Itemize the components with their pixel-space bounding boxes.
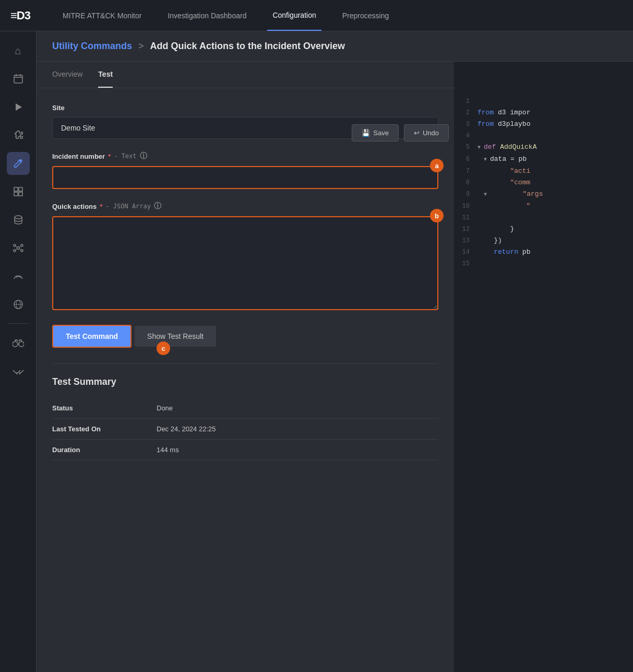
svg-point-12 [14,244,16,246]
breadcrumb-link[interactable]: Utility Commands [52,41,132,52]
quick-actions-input-wrapper: b [52,216,438,312]
summary-row-status: Status Done [52,398,438,419]
save-icon: 💾 [362,129,370,137]
code-line-15: 15 [454,258,633,269]
svg-line-16 [16,246,17,247]
required-marker-b: * [100,203,102,210]
quick-actions-textarea[interactable] [52,216,438,310]
code-line-13: 13 }) [454,235,633,246]
summary-key-duration: Duration [52,446,157,454]
nav-investigation-dashboard[interactable]: Investigation Dashboard [162,1,252,30]
incident-number-label: Incident number * - Text ⓘ [52,151,438,161]
network-icon[interactable] [7,237,30,260]
nav-preprocessing[interactable]: Preprocessing [337,1,395,30]
puzzle-icon[interactable] [7,124,30,147]
code-line-14: 14 return pb [454,246,633,258]
svg-rect-0 [14,75,22,83]
required-marker-a: * [108,152,111,160]
type-tag-json: - JSON Array [105,203,151,210]
tab-test[interactable]: Test [98,62,113,88]
badge-a: a [430,159,444,172]
svg-point-25 [19,341,24,347]
info-icon-a[interactable]: ⓘ [140,151,147,161]
incident-number-field-group: Incident number * - Text ⓘ a [52,151,438,189]
divider [52,363,438,364]
summary-val-status: Done [157,404,173,412]
tabs-bar: Overview Test [37,62,454,88]
code-line-9: 9 ▼ "args [454,188,633,201]
undo-icon: ↩ [414,129,420,137]
svg-line-17 [19,246,21,247]
page-content: Overview Test 💾 Save ↩ Undo [37,62,633,672]
sidebar: ⌂ [0,31,37,672]
svg-point-15 [21,250,23,252]
svg-point-10 [15,216,22,219]
code-line-11: 11 [454,212,633,223]
svg-point-20 [17,276,19,277]
svg-line-19 [19,249,21,250]
code-line-6: 6 ▼ data = pb [454,154,633,166]
svg-point-14 [14,250,16,252]
show-test-result-button[interactable]: Show Test Result [135,326,216,347]
test-command-button[interactable]: Test Command [52,325,132,348]
info-icon-b[interactable]: ⓘ [154,202,161,211]
summary-val-duration: 144 ms [157,446,179,454]
toolbar: 💾 Save ↩ Undo [352,124,449,142]
left-panel: Overview Test 💾 Save ↩ Undo [37,62,454,672]
home-icon[interactable]: ⌂ [7,39,30,62]
code-line-1: 1 [454,96,633,107]
tabs-section: Overview Test 💾 Save ↩ Undo [37,62,454,88]
badge-c: c [157,341,170,355]
undo-button[interactable]: ↩ Undo [404,124,449,142]
code-editor[interactable]: 1 2 from d3 impor 3 from d3playbo 4 [454,90,633,672]
svg-rect-9 [19,192,22,196]
code-line-5: 5 ▼ def AddQuickA [454,142,633,154]
tools-icon[interactable] [7,152,30,175]
svg-point-13 [21,244,23,246]
incident-number-input-wrapper: a [52,166,438,189]
save-button[interactable]: 💾 Save [352,124,399,142]
breadcrumb-separator: > [138,41,144,52]
code-line-3: 3 from d3playbo [454,119,633,130]
buttons-row: Test Command Show Test Result c [52,325,438,348]
nav-configuration[interactable]: Configuration [267,1,321,31]
breadcrumb: Utility Commands > Add Quick Actions to … [37,31,633,62]
content-area: Utility Commands > Add Quick Actions to … [37,31,633,672]
binoculars-icon[interactable] [7,331,30,354]
svg-point-11 [17,247,19,250]
code-line-12: 12 } [454,223,633,235]
code-line-7: 7 "acti [454,166,633,177]
summary-key-last-tested: Last Tested On [52,425,157,433]
svg-rect-8 [14,192,18,196]
svg-point-24 [13,341,18,347]
database-icon[interactable] [7,208,30,231]
code-line-10: 10 " [454,201,633,212]
incident-number-input[interactable] [52,166,438,189]
type-tag-text: - Text [114,152,136,160]
app-logo: ≡D3 [10,9,42,22]
summary-row-last-tested: Last Tested On Dec 24, 2024 22:25 [52,419,438,440]
handshake-icon[interactable] [7,359,30,382]
form-area: Site Demo Site Production Site Staging S… [37,88,454,672]
globe-icon[interactable] [7,293,30,316]
nav-mitre[interactable]: MITRE ATT&CK Monitor [57,1,147,30]
test-summary-section: Test Summary Status Done Last Tested On … [52,376,438,461]
tab-overview[interactable]: Overview [52,62,82,88]
code-editor-panel: 1 2 from d3 impor 3 from d3playbo 4 [454,62,633,672]
quick-actions-field-group: Quick actions * - JSON Array ⓘ b [52,202,438,312]
breadcrumb-current: Add Quick Actions to the Incident Overvi… [150,41,345,52]
code-line-2: 2 from d3 impor [454,107,633,119]
code-line-4: 4 [454,130,633,142]
grid-icon[interactable] [7,180,30,203]
test-summary-title: Test Summary [52,376,438,387]
signal-icon[interactable] [7,265,30,288]
calendar-icon[interactable] [7,67,30,90]
summary-row-duration: Duration 144 ms [52,440,438,461]
svg-rect-6 [14,187,18,191]
site-label: Site [52,104,438,112]
play-icon[interactable] [7,96,30,119]
summary-key-status: Status [52,404,157,412]
quick-actions-label: Quick actions * - JSON Array ⓘ [52,202,438,211]
code-line-8: 8 "comm [454,177,633,188]
svg-rect-7 [19,187,22,191]
